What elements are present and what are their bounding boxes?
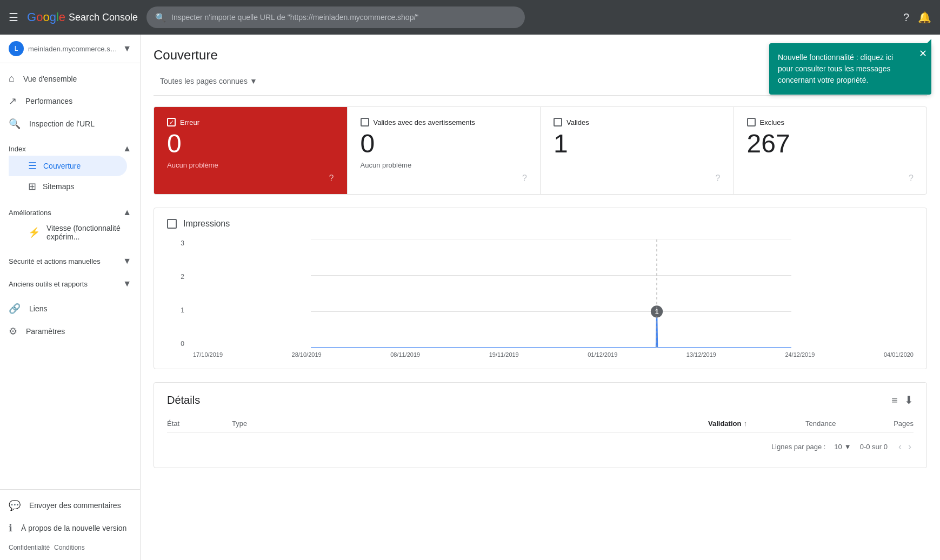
stat-header-valides: Valides (554, 118, 721, 126)
sidebar-item-label: Inspection de l'URL (29, 119, 95, 128)
sidebar-footer: Confidentialité Conditions (0, 539, 140, 556)
sitemaps-label: Sitemaps (43, 182, 74, 191)
sidebar-item-sitemaps[interactable]: ⊞ Sitemaps (9, 176, 127, 197)
details-section: Détails ≡ ⬇ État Type Validation ↑ Tenda… (154, 382, 927, 468)
couverture-label: Couverture (43, 162, 81, 170)
x-label-3: 19/11/2019 (489, 351, 519, 358)
erreur-value: 0 (167, 131, 334, 157)
y-label-1: 1 (181, 306, 184, 314)
sidebar-item-vitesse[interactable]: ⚡ Vitesse (fonctionnalité expérim... (9, 219, 127, 245)
sidebar-item-label: Performances (25, 97, 72, 105)
index-section-label: Index (9, 145, 26, 153)
x-label-0: 17/10/2019 (193, 351, 223, 358)
chart-svg: 1 (189, 239, 914, 348)
sidebar-item-couverture[interactable]: ☰ Couverture (9, 156, 127, 176)
valides-checkbox[interactable] (554, 118, 562, 126)
y-label-0: 0 (181, 340, 184, 348)
sidebar-item-vue-ensemble[interactable]: ⌂ Vue d'ensemble (0, 68, 136, 90)
notification-icon[interactable]: 🔔 (918, 11, 931, 24)
anciens-chevron-icon: ▼ (123, 279, 131, 289)
exclues-checkbox[interactable] (747, 118, 756, 126)
valides-avert-footer: ? (361, 174, 528, 183)
search-input[interactable] (171, 13, 516, 22)
filter-label: Toutes les pages connues (160, 77, 248, 85)
per-page-chevron-icon: ▼ (844, 443, 851, 451)
sidebar-section-index-header[interactable]: Index ▲ (9, 139, 131, 156)
erreur-help-icon[interactable]: ? (329, 174, 334, 183)
ameliorations-section-label: Améliorations (9, 209, 51, 217)
prev-page-button[interactable]: ‹ (896, 439, 904, 455)
sidebar-item-liens[interactable]: 🔗 Liens (0, 297, 136, 320)
valides-avert-value: 0 (361, 131, 528, 157)
sidebar-item-commentaires[interactable]: 💬 Envoyer des commentaires (0, 494, 136, 517)
sidebar-item-inspection-url[interactable]: 🔍 Inspection de l'URL (0, 112, 136, 135)
exclues-value: 267 (747, 131, 914, 157)
x-label-1: 28/10/2019 (292, 351, 322, 358)
info-icon: ℹ (9, 522, 12, 534)
stat-card-valides-avert: Valides avec des avertissements 0 Aucun … (348, 107, 541, 194)
pagination-count: 0-0 sur 0 (860, 443, 888, 451)
layout: L meinladen.mycommerce.shop ▼ ⌂ Vue d'en… (0, 35, 940, 560)
y-label-2: 2 (181, 273, 184, 281)
chart-checkbox[interactable] (167, 219, 177, 229)
exclues-help-icon[interactable]: ? (909, 174, 914, 183)
filter-dropdown[interactable]: Toutes les pages connues ▼ (154, 74, 264, 89)
valides-avert-label: Valides avec des avertissements (374, 118, 475, 126)
topbar: ☰ Google Search Console 🔍 ? 🔔 (0, 0, 940, 35)
stat-card-valides: Valides 1 ? (541, 107, 734, 194)
chart-canvas-wrapper: 1 (189, 239, 914, 349)
sidebar: L meinladen.mycommerce.shop ▼ ⌂ Vue d'en… (0, 35, 141, 560)
main-content: Couverture Toutes les pages connues ▼ Ro… (141, 35, 940, 560)
chart-section: Impressions 3 2 1 0 (154, 208, 927, 369)
details-actions: ≡ ⬇ (891, 394, 914, 406)
stat-card-erreur: ✓ Erreur 0 Aucun problème ? (154, 107, 348, 194)
details-pagination: Lignes par page : 10 ▼ 0-0 sur 0 ‹ › (167, 432, 914, 457)
sidebar-nav: ⌂ Vue d'ensemble ↗ Performances 🔍 Inspec… (0, 63, 140, 347)
next-page-button[interactable]: › (906, 439, 914, 455)
notification-message: Nouvelle fonctionnalité : cliquez ici po… (778, 53, 893, 84)
sidebar-account[interactable]: L meinladen.mycommerce.shop ▼ (0, 35, 140, 63)
privacy-link[interactable]: Confidentialité (9, 544, 50, 551)
sidebar-section-securite-header[interactable]: Sécurité et actions manuelles ▼ (9, 252, 131, 268)
sidebar-item-performances[interactable]: ↗ Performances (0, 90, 136, 112)
sidebar-section-ameliorations-header[interactable]: Améliorations ▲ (9, 203, 131, 219)
vitesse-icon: ⚡ (28, 226, 40, 238)
notification-banner: ✕ Nouvelle fonctionnalité : cliquez ici … (769, 43, 931, 95)
sidebar-item-a-propos[interactable]: ℹ À propos de la nouvelle version (0, 517, 136, 539)
notification-close-button[interactable]: ✕ (919, 48, 927, 59)
chart-y-axis: 3 2 1 0 (167, 239, 189, 348)
commentaires-label: Envoyer des commentaires (29, 501, 121, 510)
parametres-label: Paramètres (26, 327, 65, 336)
valides-avert-help-icon[interactable]: ? (522, 174, 527, 183)
sitemaps-icon: ⊞ (28, 181, 36, 192)
sidebar-section-ameliorations: Améliorations ▲ ⚡ Vitesse (fonctionnalit… (0, 199, 140, 248)
help-icon[interactable]: ? (903, 11, 909, 24)
pagination-select[interactable]: 10 ▼ (834, 443, 851, 451)
search-bar[interactable]: 🔍 (146, 6, 525, 28)
erreur-sub-label: Aucun problème (167, 161, 334, 169)
download-icon[interactable]: ⬇ (904, 394, 914, 406)
details-header: Détails ≡ ⬇ (167, 394, 914, 406)
terms-link[interactable]: Conditions (54, 544, 85, 551)
menu-icon[interactable]: ☰ (9, 11, 18, 24)
erreur-checkbox[interactable]: ✓ (167, 118, 176, 126)
check-mark: ✓ (169, 119, 174, 126)
sidebar-section-index: Index ▲ ☰ Couverture ⊞ Sitemaps (0, 135, 140, 199)
stat-header-valides-avert: Valides avec des avertissements (361, 118, 528, 126)
valides-avert-checkbox[interactable] (361, 118, 369, 126)
x-label-4: 01/12/2019 (588, 351, 617, 358)
x-label-6: 24/12/2019 (785, 351, 815, 358)
valides-help-icon[interactable]: ? (716, 174, 721, 183)
liens-label: Liens (29, 304, 47, 313)
filter-icon[interactable]: ≡ (891, 394, 898, 406)
exclues-label: Exclues (760, 118, 785, 126)
account-name: meinladen.mycommerce.shop (28, 45, 118, 53)
sidebar-item-parametres[interactable]: ⚙ Paramètres (0, 320, 136, 343)
stat-header-erreur: ✓ Erreur (167, 118, 334, 126)
col-tendance-header: Tendance (805, 419, 870, 428)
securite-chevron-icon: ▼ (123, 256, 131, 266)
sidebar-section-anciens-header[interactable]: Anciens outils et rapports ▼ (9, 275, 131, 291)
validation-sort-icon[interactable]: ↑ (743, 419, 747, 428)
topbar-logo: Google Search Console (27, 10, 138, 24)
sidebar-item-label: Vue d'ensemble (23, 75, 77, 83)
